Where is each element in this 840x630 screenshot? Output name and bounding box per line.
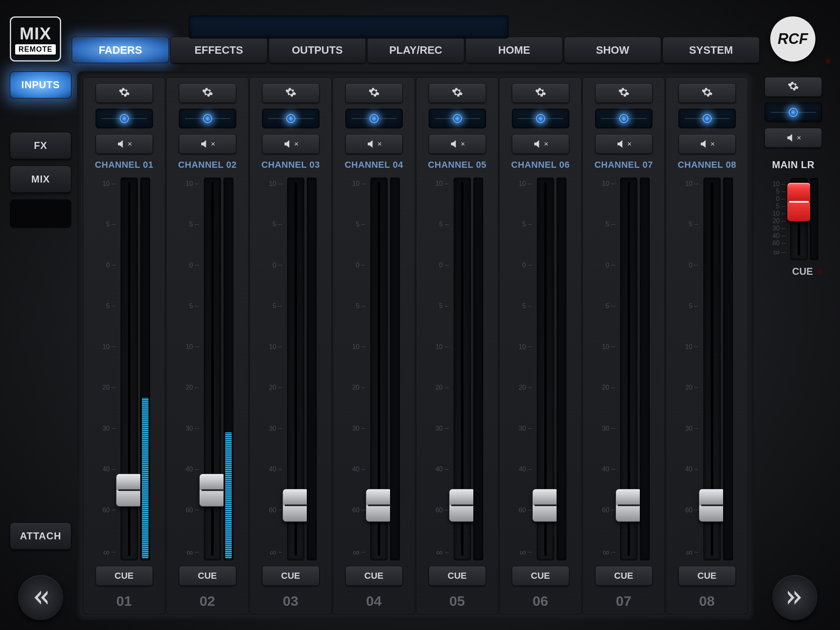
channel-fader-track[interactable] <box>454 178 471 560</box>
scale-mark: 10 <box>352 180 365 187</box>
channel-cue-button[interactable]: CUE <box>345 566 403 586</box>
tab-effects[interactable]: EFFECTS <box>170 37 267 63</box>
channel-cue-button[interactable]: CUE <box>678 566 736 586</box>
channel-fader-knob[interactable] <box>283 489 309 522</box>
scale-mark: 10 <box>352 343 365 351</box>
main-fader-track[interactable] <box>790 178 808 260</box>
channel-cue-button[interactable]: CUE <box>429 566 486 586</box>
scale-mark: 5 <box>439 302 449 310</box>
tab-outputs[interactable]: OUTPUTS <box>269 37 366 63</box>
chevron-right-double-icon <box>785 587 805 608</box>
channel-mute-button[interactable]: × <box>345 134 403 154</box>
channel-fader-track[interactable] <box>703 178 721 560</box>
main-fader-knob[interactable] <box>787 183 811 221</box>
channel-mute-button[interactable]: × <box>595 134 653 154</box>
channel-fader-knob[interactable] <box>366 489 392 522</box>
scale-mark: 30 <box>352 425 365 432</box>
channel-pan-control[interactable] <box>429 109 486 128</box>
tab-faders[interactable]: FADERS <box>72 37 169 63</box>
channel-settings-button[interactable] <box>262 83 320 103</box>
channel-fader-area: 105051020304060∞ <box>587 176 660 560</box>
channel-fader-track[interactable] <box>287 178 304 560</box>
sidebar-inputs-button[interactable]: INPUTS <box>10 71 71 98</box>
channel-fader-knob[interactable] <box>699 489 725 522</box>
main-area: INPUTS FX MIX ATTACH ×CHANNEL 0110505102… <box>10 71 830 620</box>
scale-mark: 20 <box>519 384 532 391</box>
main-settings-button[interactable] <box>765 77 822 97</box>
channel-fader-knob[interactable] <box>616 489 642 522</box>
main-pan-control[interactable] <box>765 103 822 122</box>
channel-pan-control[interactable] <box>96 109 153 128</box>
scale-mark: 20 <box>602 384 615 391</box>
channel-fader-track[interactable] <box>121 178 138 560</box>
channel-settings-button[interactable] <box>595 83 653 103</box>
logo-text-top: MIX <box>20 24 52 43</box>
channel-mute-button[interactable]: × <box>429 134 486 154</box>
channel-cue-button[interactable]: CUE <box>512 566 569 586</box>
channel-fader-area: 105051020304060∞ <box>254 176 327 560</box>
page-prev-button[interactable] <box>18 575 63 620</box>
pan-indicator-icon <box>370 114 379 123</box>
channel-fader-knob[interactable] <box>449 489 475 522</box>
channel-mute-button[interactable]: × <box>96 134 153 154</box>
channel-pan-control[interactable] <box>595 109 653 128</box>
channel-number: 06 <box>533 593 548 609</box>
channel-fader-scale: 105051020304060∞ <box>182 178 201 560</box>
scale-mark: 60 <box>772 240 785 247</box>
channel-fader-knob[interactable] <box>532 489 559 522</box>
scale-mark: 10 <box>103 343 116 351</box>
page-next-button[interactable] <box>772 575 817 620</box>
channel-mute-button[interactable]: × <box>512 134 569 154</box>
channel-mute-button[interactable]: × <box>678 134 736 154</box>
scale-mark: 0 <box>776 195 785 203</box>
channel-settings-button[interactable] <box>429 83 486 103</box>
gear-icon <box>701 87 713 100</box>
channel-pan-control[interactable] <box>345 109 403 128</box>
channel-cue-button[interactable]: CUE <box>595 566 653 586</box>
channel-fader-track[interactable] <box>620 178 637 560</box>
main-strip: × MAIN LR 105051020304060∞ CUE <box>760 71 827 282</box>
channel-pan-control[interactable] <box>678 109 736 128</box>
channel-fader-track[interactable] <box>204 178 221 560</box>
channel-fader-area: 105051020304060∞ <box>420 176 494 560</box>
channel-settings-button[interactable] <box>179 83 236 103</box>
channel-cue-button[interactable]: CUE <box>179 566 236 586</box>
channel-settings-button[interactable] <box>345 83 403 103</box>
channel-pan-control[interactable] <box>179 109 236 128</box>
tab-show[interactable]: SHOW <box>564 37 661 63</box>
channel-fader-scale: 105051020304060∞ <box>681 178 701 560</box>
tab-home[interactable]: HOME <box>466 37 563 63</box>
channel-mute-button[interactable]: × <box>179 134 236 154</box>
channel-fader-scale: 105051020304060∞ <box>265 178 285 560</box>
sidebar-mix-button[interactable]: MIX <box>10 166 71 193</box>
channel-number: 01 <box>116 593 132 609</box>
channel-fader-track[interactable] <box>537 178 554 560</box>
scale-mark: 30 <box>269 425 282 432</box>
tab-play-rec[interactable]: PLAY/REC <box>367 37 464 63</box>
channel-fader-scale: 105051020304060∞ <box>431 178 451 560</box>
channel-settings-button[interactable] <box>512 83 569 103</box>
channel-label: CHANNEL 05 <box>428 160 486 170</box>
main-cue-indicator: CUE <box>761 266 825 277</box>
right-main-strip: × MAIN LR 105051020304060∞ CUE <box>760 71 830 620</box>
tab-system[interactable]: SYSTEM <box>662 37 760 63</box>
channel-settings-button[interactable] <box>678 83 736 103</box>
channel-pan-control[interactable] <box>262 109 320 128</box>
channel-fader-knob[interactable] <box>116 474 142 507</box>
channel-pan-control[interactable] <box>512 109 569 128</box>
channel-cue-button[interactable]: CUE <box>262 566 320 586</box>
channel-settings-button[interactable] <box>96 83 153 103</box>
channel-level-meter <box>473 178 483 560</box>
scale-mark: 5 <box>523 221 532 228</box>
sidebar-fx-button[interactable]: FX <box>10 132 71 159</box>
scale-mark: 20 <box>269 384 282 391</box>
channel-fader-scale: 105051020304060∞ <box>98 178 118 560</box>
main-mute-button[interactable]: × <box>765 128 822 148</box>
channel-mute-button[interactable]: × <box>262 134 320 154</box>
channel-fader-track[interactable] <box>370 178 388 560</box>
channel-fader-knob[interactable] <box>199 474 226 507</box>
scale-mark: 20 <box>352 384 365 391</box>
attach-button[interactable]: ATTACH <box>10 523 71 550</box>
channel-cue-button[interactable]: CUE <box>96 566 153 586</box>
scale-mark: 30 <box>103 425 116 432</box>
